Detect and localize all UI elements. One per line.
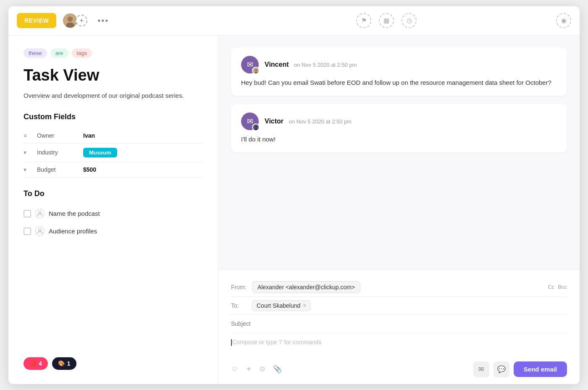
svg-point-2 [66, 22, 74, 28]
compose-tools: ☺ ✦ ⚙ 📎 [231, 365, 282, 374]
msg-meta-victor: Victor on Nov 5 2020 at 2:50 pm [265, 118, 352, 125]
tag-are[interactable]: are [50, 48, 68, 58]
todo-title: To Do [24, 189, 203, 198]
header-right: ◉ [546, 13, 571, 28]
msg-author-vincent: Vincent [265, 61, 289, 68]
avatar-overlay-victor [252, 123, 260, 131]
right-panel: ✉ Vincent [218, 36, 580, 384]
to-chip-close[interactable]: × [303, 302, 306, 309]
avatar-overlay-vincent [252, 67, 260, 74]
dark-badge[interactable]: 🎨 1 [52, 357, 76, 370]
emoji-button[interactable]: ☺ [231, 365, 238, 374]
custom-fields-section: Custom Fields ≡ Owner Ivan ▾ Industry Mu… [24, 113, 203, 178]
message-header-vincent: ✉ Vincent [241, 56, 557, 73]
compose-from-row: From: Alexander <alexander@clickup.com> … [231, 278, 567, 297]
sparkle-button[interactable]: ✦ [246, 365, 252, 374]
subject-row [231, 315, 567, 333]
to-field: Court Skabelund × [252, 300, 567, 311]
dark-badge-icon: 🎨 [58, 360, 65, 366]
more-options-button[interactable]: ••• [97, 16, 109, 26]
field-row-budget: ▾ Budget $500 [24, 162, 203, 178]
app-window: REVIEW + ••• ⚑ [8, 6, 580, 384]
main-content: these are tags Task View Overview and de… [8, 36, 580, 384]
calendar-icon: ▦ [383, 17, 389, 24]
dark-badge-count: 1 [67, 360, 71, 367]
calendar-button[interactable]: ▦ [379, 13, 394, 28]
todo-text-1: Name the podcast [49, 210, 100, 217]
compose-to-row: To: Court Skabelund × [231, 297, 567, 315]
avatar-victor: ✉ [241, 113, 259, 130]
eye-icon: ◉ [561, 17, 567, 24]
chat-action-button[interactable]: 💬 [494, 361, 509, 377]
todo-text-2: Audience profiles [49, 228, 97, 235]
msg-time-vincent: on Nov 5 2020 at 2:50 pm [294, 62, 357, 68]
owner-label: Owner [37, 132, 83, 139]
add-member-button[interactable]: + [76, 15, 87, 26]
avatar-vincent: ✉ [241, 56, 259, 73]
email-icon-victor: ✉ [247, 117, 253, 126]
email-icon: ✉ [478, 365, 484, 373]
flag-button[interactable]: ⚑ [356, 13, 371, 28]
msg-body-vincent: Hey bud! Can you email Swati before EOD … [241, 78, 557, 87]
messages-area: ✉ Vincent [218, 36, 580, 269]
msg-author-line-victor: Victor on Nov 5 2020 at 2:50 pm [265, 118, 352, 125]
to-chip[interactable]: Court Skabelund × [252, 300, 311, 311]
settings-button[interactable]: ⚙ [259, 365, 265, 374]
compose-actions: ✉ 💬 Send email [473, 361, 567, 377]
avatar-group: + [62, 13, 87, 29]
todo-assignee-icon-2 [35, 227, 45, 236]
compose-body[interactable]: Compose or type '/' for commands [231, 333, 567, 358]
message-card-victor: ✉ Victor [231, 104, 567, 152]
todo-checkbox-1[interactable] [24, 210, 31, 217]
budget-label: Budget [37, 166, 83, 173]
cc-button[interactable]: Cc [548, 284, 554, 290]
avatar-face-svg [63, 13, 77, 29]
header-center: ⚑ ▦ ◷ [227, 13, 546, 28]
bcc-button[interactable]: Bcc [558, 284, 567, 290]
tags-row: these are tags [24, 48, 203, 58]
from-value[interactable]: Alexander <alexander@clickup.com> [252, 281, 360, 293]
cursor [231, 339, 232, 346]
email-icon-vincent: ✉ [247, 60, 253, 69]
pink-badge-icon: 🔴 [29, 360, 36, 366]
industry-icon: ▾ [24, 149, 33, 156]
chat-icon: 💬 [497, 365, 506, 373]
to-chip-label: Court Skabelund [257, 302, 300, 309]
eye-button[interactable]: ◉ [556, 13, 571, 28]
send-email-button[interactable]: Send email [514, 361, 567, 377]
header: REVIEW + ••• ⚑ [8, 6, 580, 36]
tag-these[interactable]: these [24, 48, 47, 58]
from-field: Alexander <alexander@clickup.com> [252, 281, 548, 293]
clock-button[interactable]: ◷ [402, 13, 417, 28]
svg-point-6 [255, 69, 257, 71]
flag-icon: ⚑ [361, 17, 367, 24]
subject-input[interactable] [231, 320, 567, 327]
task-description: Overview and development of our original… [24, 91, 203, 101]
tag-tags[interactable]: tags [72, 48, 92, 58]
pink-badge-count: 4 [39, 360, 42, 367]
svg-point-3 [39, 212, 41, 214]
svg-point-1 [68, 16, 73, 22]
avatar-img [63, 13, 77, 28]
pink-badge[interactable]: 🔴 4 [24, 357, 48, 370]
task-title: Task View [24, 66, 203, 85]
to-label: To: [231, 302, 252, 309]
attach-button[interactable]: 📎 [273, 365, 282, 374]
compose-area: From: Alexander <alexander@clickup.com> … [218, 269, 580, 384]
msg-body-victor: I'll do it now! [241, 134, 557, 144]
review-button[interactable]: REVIEW [17, 13, 56, 28]
todo-section: To Do Name the podcast [24, 189, 203, 240]
message-card-vincent: ✉ Vincent [231, 47, 567, 96]
email-action-button[interactable]: ✉ [473, 361, 489, 377]
msg-meta-vincent: Vincent on Nov 5 2020 at 2:50 pm [265, 61, 357, 68]
list-item: Audience profiles [24, 222, 203, 240]
todo-checkbox-2[interactable] [24, 228, 31, 235]
industry-value-badge[interactable]: Museum [83, 148, 117, 157]
message-header-victor: ✉ Victor [241, 113, 557, 130]
todo-assignee-icon-1 [35, 209, 45, 218]
list-item: Name the podcast [24, 205, 203, 222]
compose-body-placeholder: Compose or type '/' for commands [232, 339, 321, 346]
svg-point-4 [39, 229, 41, 232]
left-bottom-bar: 🔴 4 🎨 1 [24, 351, 203, 372]
msg-author-line: Vincent on Nov 5 2020 at 2:50 pm [265, 61, 357, 68]
